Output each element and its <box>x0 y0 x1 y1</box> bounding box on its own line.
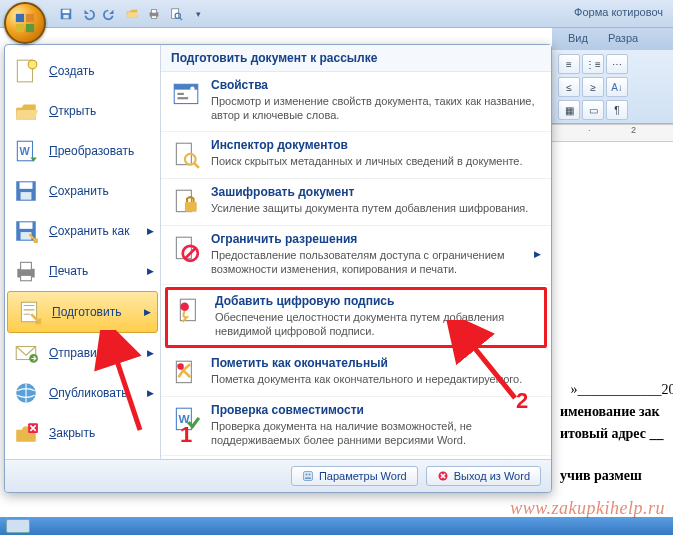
svg-rect-24 <box>21 262 32 270</box>
close-icon <box>13 420 39 446</box>
prepare-item-sign[interactable]: Добавить цифровую подписьОбеспечение цел… <box>165 287 547 348</box>
qat-open-button[interactable] <box>122 4 142 24</box>
svg-point-52 <box>309 474 311 476</box>
ribbon-tabs: Вид Разра <box>552 28 673 50</box>
word-options-button[interactable]: Параметры Word <box>291 466 418 486</box>
prepare-item-desc: Проверка документа на наличие возможност… <box>211 419 541 448</box>
submenu-arrow-icon: ▶ <box>147 226 154 236</box>
send-icon <box>13 340 39 366</box>
ruler: · 2 · · · 1 · <box>552 124 673 142</box>
prepare-item-desc: Обеспечение целостности документа путем … <box>215 310 537 339</box>
menu-item-new[interactable]: Создать <box>5 51 160 91</box>
rb-para-button[interactable]: ¶ <box>606 100 628 120</box>
prepare-item-restrict[interactable]: Ограничить разрешенияПредоставление поль… <box>161 226 551 286</box>
final-icon <box>171 358 201 388</box>
qat-quickprint-button[interactable] <box>144 4 164 24</box>
redo-icon <box>103 7 117 21</box>
prepare-item-desc: Просмотр и изменение свойств документа, … <box>211 94 541 123</box>
svg-point-14 <box>28 60 37 69</box>
publish-icon <box>13 380 39 406</box>
menu-item-label: Преобразовать <box>49 144 134 158</box>
document-area[interactable]: »____________20 именование зак итовый ад… <box>552 142 673 495</box>
submenu-arrow-icon: ▶ <box>147 388 154 398</box>
qat-save-button[interactable] <box>56 4 76 24</box>
submenu-arrow-icon: ▶ <box>147 348 154 358</box>
rb-border-button[interactable]: ▭ <box>582 100 604 120</box>
svg-rect-19 <box>21 192 32 200</box>
exit-word-button[interactable]: Выход из Word <box>426 466 541 486</box>
menu-item-saveas[interactable]: Сохранить как▶ <box>5 211 160 251</box>
prepare-item-encrypt[interactable]: Зашифровать документУсиление защиты доку… <box>161 179 551 226</box>
office-menu-left: СоздатьОткрытьWПреобразоватьСохранитьСох… <box>5 45 161 459</box>
office-menu-footer: Параметры Word Выход из Word <box>5 459 551 492</box>
prepare-item-desc: Поиск скрытых метаданных и личных сведен… <box>211 154 541 168</box>
prepare-item-desc: Пометка документа как окончательного и н… <box>211 372 541 386</box>
exit-icon <box>437 470 449 482</box>
menu-item-label: Открыть <box>49 104 96 118</box>
doc-line: учив размеш <box>560 468 665 484</box>
rb-sort-button[interactable]: A↓ <box>606 77 628 97</box>
office-menu-right: Подготовить документ к рассылке Свойства… <box>161 45 551 459</box>
submenu-arrow-icon: ▶ <box>147 266 154 276</box>
rb-indent-left-button[interactable]: ≤ <box>558 77 580 97</box>
svg-rect-34 <box>177 97 188 99</box>
menu-item-save[interactable]: Сохранить <box>5 171 160 211</box>
word-options-label: Параметры Word <box>319 470 407 482</box>
svg-text:W: W <box>20 145 31 157</box>
qat-redo-button[interactable] <box>100 4 120 24</box>
menu-item-publish[interactable]: Опубликовать▶ <box>5 373 160 413</box>
window-title: Форма котировоч <box>574 6 663 18</box>
svg-point-35 <box>190 86 194 90</box>
rb-list-button[interactable]: ≡ <box>558 54 580 74</box>
prepare-item-desc: Предоставление пользователям доступа с о… <box>211 248 524 277</box>
watermark: www.zakupkihelp.ru <box>510 498 665 519</box>
prepare-item-title: Добавить цифровую подпись <box>215 294 537 308</box>
rb-multilist-button[interactable]: ⋯ <box>606 54 628 74</box>
qat-preview-button[interactable] <box>166 4 186 24</box>
saveas-icon <box>13 218 39 244</box>
menu-item-label: Отправить <box>49 346 109 360</box>
undo-icon <box>81 7 95 21</box>
menu-item-send[interactable]: Отправить▶ <box>5 333 160 373</box>
svg-rect-2 <box>16 24 24 32</box>
svg-rect-3 <box>26 24 34 32</box>
menu-item-label: Закрыть <box>49 426 95 440</box>
menu-item-close[interactable]: Закрыть <box>5 413 160 453</box>
open-icon <box>13 98 39 124</box>
office-menu: СоздатьОткрытьWПреобразоватьСохранитьСох… <box>4 44 552 493</box>
svg-rect-5 <box>63 9 70 13</box>
prepare-item-title: Пометить как окончательный <box>211 356 541 370</box>
prepare-item-compat[interactable]: WПроверка совместимостиПроверка документ… <box>161 397 551 457</box>
menu-item-open[interactable]: Открыть <box>5 91 160 131</box>
properties-icon <box>171 80 201 110</box>
prepare-item-properties[interactable]: СвойстваПросмотр и изменение свойств док… <box>161 72 551 132</box>
taskbar-item[interactable] <box>6 519 30 533</box>
prepare-item-title: Ограничить разрешения <box>211 232 524 246</box>
svg-line-38 <box>195 163 199 167</box>
rb-indent-right-button[interactable]: ≥ <box>582 77 604 97</box>
svg-rect-40 <box>185 202 197 212</box>
convert-icon: W <box>13 138 39 164</box>
qat-undo-button[interactable] <box>78 4 98 24</box>
prepare-item-title: Инспектор документов <box>211 138 541 152</box>
ribbon-tab-developer[interactable]: Разра <box>602 30 644 50</box>
svg-rect-18 <box>20 182 33 189</box>
qat-customize-button[interactable]: ▾ <box>188 4 208 24</box>
menu-item-convert[interactable]: WПреобразовать <box>5 131 160 171</box>
menu-item-print[interactable]: Печать▶ <box>5 251 160 291</box>
prepare-item-final[interactable]: Пометить как окончательныйПометка докуме… <box>161 350 551 397</box>
save-icon <box>59 7 73 21</box>
open-folder-icon <box>125 7 139 21</box>
rb-shade-button[interactable]: ▦ <box>558 100 580 120</box>
menu-item-label: Опубликовать <box>49 386 127 400</box>
office-button[interactable] <box>4 2 46 44</box>
ribbon-tab-view[interactable]: Вид <box>562 30 594 50</box>
svg-point-47 <box>177 363 183 369</box>
rb-numlist-button[interactable]: ⋮≡ <box>582 54 604 74</box>
svg-rect-6 <box>63 14 68 18</box>
svg-point-51 <box>306 474 308 476</box>
doc-line: »____________20 <box>560 382 665 398</box>
menu-item-prepare[interactable]: Подготовить▶ <box>7 291 158 333</box>
prepare-item-title: Свойства <box>211 78 541 92</box>
prepare-item-inspect[interactable]: Инспектор документовПоиск скрытых метада… <box>161 132 551 179</box>
